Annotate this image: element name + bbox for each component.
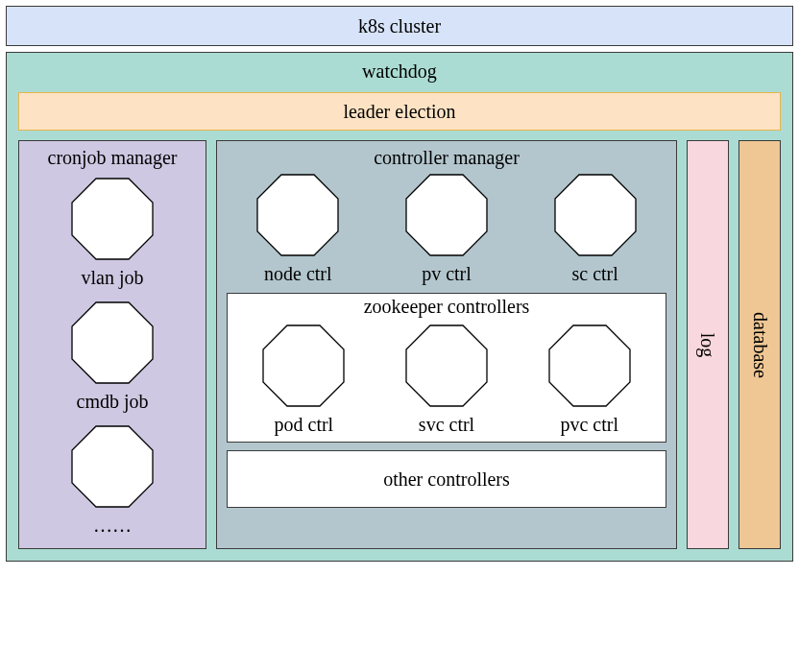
cronjob-item-label: cmdb job — [77, 391, 149, 413]
cronjob-item: …… — [68, 422, 157, 542]
watchdog-body-row: cronjob manager vlan job cmdb job …… con… — [18, 140, 781, 549]
svg-marker-0 — [72, 179, 153, 259]
zookeeper-controllers-box: zookeeper controllers pod ctrl svc ctrl … — [227, 293, 666, 443]
cronjob-item: cmdb job — [68, 299, 157, 419]
watchdog-title: watchdog — [18, 57, 781, 88]
svg-marker-6 — [263, 325, 344, 406]
cronjob-item-label: …… — [93, 515, 132, 537]
log-label: log — [697, 332, 719, 357]
zookeeper-title: zookeeper controllers — [235, 296, 658, 320]
controller-label: sc ctrl — [572, 263, 618, 285]
octagon-icon — [68, 422, 157, 511]
leader-election-box: leader election — [18, 92, 781, 131]
svg-marker-3 — [257, 175, 338, 255]
controller-item: pv ctrl — [375, 171, 519, 285]
watchdog-box: watchdog leader election cronjob manager… — [6, 52, 793, 562]
controller-item: sc ctrl — [523, 171, 666, 285]
controller-manager-box: controller manager node ctrl pv ctrl sc … — [216, 140, 677, 549]
controller-item: svc ctrl — [378, 322, 516, 436]
zookeeper-row: pod ctrl svc ctrl pvc ctrl — [235, 322, 658, 436]
controller-label: node ctrl — [264, 263, 332, 285]
controller-label: svc ctrl — [419, 414, 474, 436]
octagon-icon — [402, 322, 491, 410]
controller-item: pvc ctrl — [521, 322, 658, 436]
other-controllers-label: other controllers — [383, 468, 510, 491]
cronjob-manager-title: cronjob manager — [48, 143, 178, 171]
controller-row: node ctrl pv ctrl sc ctrl — [227, 171, 666, 285]
controller-label: pod ctrl — [275, 414, 334, 436]
controller-manager-title: controller manager — [227, 143, 666, 169]
cronjob-manager-box: cronjob manager vlan job cmdb job …… — [18, 140, 206, 549]
octagon-icon — [545, 322, 634, 410]
controller-item: pod ctrl — [235, 322, 373, 436]
leader-election-label: leader election — [343, 101, 455, 122]
svg-marker-2 — [72, 426, 153, 507]
octagon-icon — [254, 171, 342, 259]
k8s-cluster-label: k8s cluster — [358, 15, 441, 36]
octagon-icon — [68, 299, 157, 387]
log-box: log — [687, 140, 729, 549]
database-label: database — [749, 312, 771, 378]
other-controllers-box: other controllers — [227, 450, 666, 508]
svg-marker-8 — [549, 325, 630, 406]
cronjob-item: vlan job — [68, 175, 157, 295]
octagon-icon — [402, 171, 491, 259]
svg-marker-1 — [72, 302, 153, 383]
cronjob-item-label: vlan job — [82, 267, 144, 289]
octagon-icon — [68, 175, 157, 263]
database-box: database — [738, 140, 781, 549]
controller-label: pvc ctrl — [560, 414, 618, 436]
octagon-icon — [551, 171, 640, 259]
controller-label: pv ctrl — [422, 263, 472, 285]
svg-marker-7 — [406, 325, 487, 406]
octagon-icon — [259, 322, 348, 410]
controller-item: node ctrl — [227, 171, 370, 285]
k8s-cluster-box: k8s cluster — [6, 6, 793, 46]
svg-marker-4 — [406, 175, 487, 255]
svg-marker-5 — [555, 175, 636, 255]
